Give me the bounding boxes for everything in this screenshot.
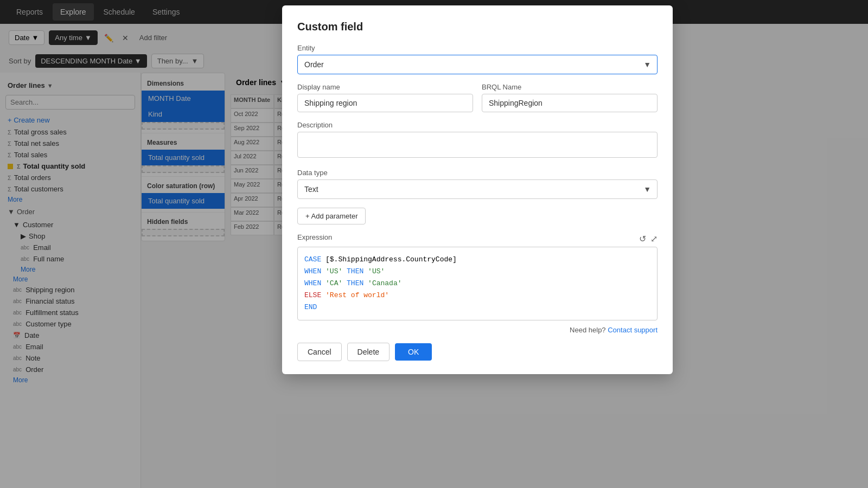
add-parameter-button[interactable]: + Add parameter bbox=[297, 208, 366, 224]
modal-title: Custom field bbox=[297, 21, 658, 33]
name-row: Display name BRQL Name bbox=[297, 83, 658, 121]
data-type-group: Data type Text ▼ bbox=[297, 169, 658, 199]
expression-editor[interactable]: CASE [$.ShippingAddress.CountryCode] WHE… bbox=[297, 247, 658, 320]
expression-history-icon[interactable]: ↺ bbox=[639, 234, 646, 244]
brql-name-input[interactable] bbox=[482, 94, 658, 112]
expression-label: Expression bbox=[297, 233, 332, 241]
cancel-button[interactable]: Cancel bbox=[297, 343, 342, 361]
help-row: Need help? Contact support bbox=[297, 326, 658, 334]
display-name-input[interactable] bbox=[297, 94, 473, 112]
expression-expand-icon[interactable]: ⤢ bbox=[650, 234, 658, 244]
modal-footer: Cancel Delete OK bbox=[297, 343, 658, 361]
data-type-select-wrapper: Text ▼ bbox=[297, 179, 658, 199]
data-type-select[interactable]: Text bbox=[297, 179, 658, 199]
brql-name-label: BRQL Name bbox=[482, 83, 658, 91]
brql-name-group: BRQL Name bbox=[482, 83, 658, 112]
entity-select-wrapper: Order ▼ bbox=[297, 55, 658, 74]
entity-label: Entity bbox=[297, 44, 658, 52]
expression-icons: ↺ ⤢ bbox=[639, 234, 658, 244]
description-group: Description bbox=[297, 121, 658, 160]
description-input[interactable] bbox=[297, 132, 658, 158]
custom-field-modal: Custom field Entity Order ▼ Display name… bbox=[282, 5, 673, 374]
delete-button[interactable]: Delete bbox=[347, 343, 390, 361]
expression-content: CASE [$.ShippingAddress.CountryCode] WHE… bbox=[304, 254, 650, 313]
expression-label-row: Expression ↺ ⤢ bbox=[297, 233, 658, 244]
display-name-group: Display name bbox=[297, 83, 473, 112]
entity-select[interactable]: Order bbox=[297, 55, 658, 74]
entity-field-group: Entity Order ▼ bbox=[297, 44, 658, 74]
data-type-label: Data type bbox=[297, 169, 658, 177]
help-text: Need help? bbox=[570, 326, 606, 334]
display-name-label: Display name bbox=[297, 83, 473, 91]
ok-button[interactable]: OK bbox=[395, 343, 432, 361]
contact-support-link[interactable]: Contact support bbox=[608, 326, 658, 334]
description-label: Description bbox=[297, 121, 658, 129]
